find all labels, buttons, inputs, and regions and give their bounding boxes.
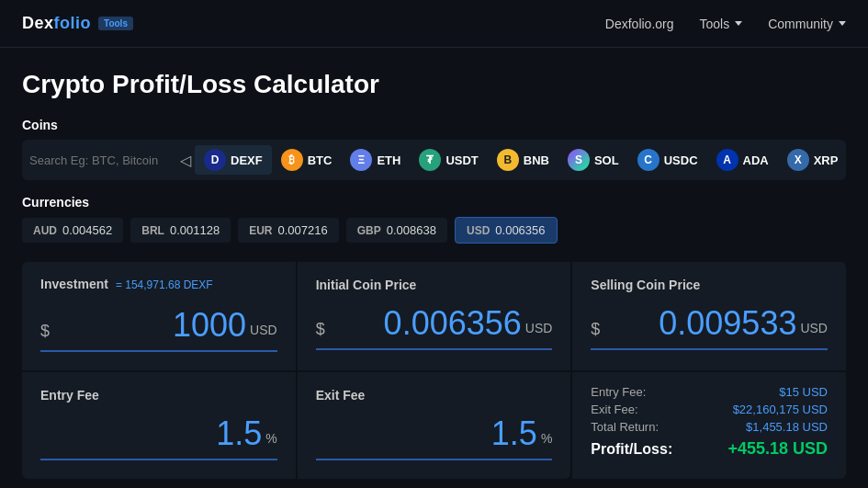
page-title: Crypto Profit/Loss Calculator (22, 70, 846, 99)
currencies-row: AUD0.004562BRL0.001128EUR0.007216GBP0.00… (22, 217, 846, 244)
selling-coin-price-title: Selling Coin Price (591, 278, 700, 292)
investment-card: Investment = 154,971.68 DEXF $ USD (22, 262, 296, 370)
coin-item-xrp[interactable]: XXRP (778, 145, 846, 175)
coin-label-usdt: USDT (445, 153, 478, 167)
nav-community[interactable]: Community (768, 17, 846, 31)
chevron-down-icon (839, 21, 846, 26)
exit-fee-result-label: Exit Fee: (591, 403, 637, 416)
selling-price-unit: USD (800, 321, 828, 335)
entry-fee-result-value: $15 USD (779, 385, 828, 399)
entry-fee-result-row: Entry Fee: $15 USD (591, 385, 828, 399)
profit-loss-row: Profit/Loss: +455.18 USD (591, 439, 828, 459)
entry-fee-title: Entry Fee (40, 388, 99, 403)
currency-code-gbp: GBP (357, 224, 381, 237)
coin-label-ada: ADA (743, 153, 769, 167)
logo-area: Dexfolio Tools (22, 14, 133, 33)
coin-label-btc: BTC (308, 153, 333, 167)
entry-fee-unit: % (265, 431, 276, 446)
currency-value-aud: 0.004562 (62, 223, 112, 237)
currency-code-usd: USD (467, 224, 490, 237)
nav-dexfolio[interactable]: Dexfolio.org (605, 17, 674, 31)
exit-fee-unit: % (541, 431, 552, 446)
investment-title: Investment (40, 277, 108, 291)
exit-fee-result-value: $22,160,175 USD (733, 403, 828, 416)
currency-badge-eur[interactable]: EUR0.007216 (238, 218, 339, 243)
coin-label-sol: SOL (594, 153, 619, 167)
currency-badge-gbp[interactable]: GBP0.008638 (346, 218, 447, 243)
investment-input-row: $ USD (40, 306, 277, 352)
calculator-grid: Investment = 154,971.68 DEXF $ USD Initi… (22, 262, 846, 479)
currency-value-gbp: 0.008638 (387, 223, 436, 237)
coins-row: ◁ DDEXF₿BTCΞETH₮USDTBBNBSSOLCUSDCAADAXXR… (22, 140, 846, 180)
currency-code-aud: AUD (33, 224, 57, 237)
coins-prev-button[interactable]: ◁ (176, 152, 195, 169)
coin-icon-btc: ₿ (281, 149, 303, 171)
initial-price-currency-symbol: $ (316, 320, 325, 339)
currency-value-brl: 0.001128 (170, 223, 220, 237)
footer: Powered by CoinGecko API (0, 479, 868, 488)
coins-section-label: Coins (22, 118, 846, 132)
profit-loss-label: Profit/Loss: (591, 441, 672, 458)
coin-icon-usdc: C (637, 149, 659, 171)
coin-label-bnb: BNB (524, 153, 549, 167)
coin-item-ada[interactable]: AADA (707, 145, 778, 175)
initial-price-unit: USD (525, 321, 553, 335)
coin-label-eth: ETH (377, 153, 400, 167)
initial-coin-price-input[interactable] (329, 304, 522, 343)
coin-item-usdt[interactable]: ₮USDT (410, 145, 487, 175)
coin-item-eth[interactable]: ΞETH (341, 145, 410, 175)
chevron-down-icon (735, 21, 742, 26)
currency-code-brl: BRL (141, 224, 164, 237)
currency-value-eur: 0.007216 (277, 223, 327, 237)
initial-price-input-row: $ USD (316, 304, 553, 350)
coin-item-sol[interactable]: SSOL (558, 145, 628, 175)
exit-fee-result-row: Exit Fee: $22,160,175 USD (591, 403, 828, 416)
investment-unit: USD (250, 323, 277, 337)
total-return-result-value: $1,455.18 USD (746, 420, 828, 434)
coin-search-input[interactable] (29, 153, 158, 167)
coin-item-usdc[interactable]: CUSDC (628, 145, 707, 175)
coin-icon-eth: Ξ (350, 149, 372, 171)
selling-coin-price-card: Selling Coin Price $ USD (572, 262, 846, 370)
investment-currency-symbol: $ (40, 322, 50, 341)
initial-coin-price-card: Initial Coin Price $ USD (298, 262, 571, 370)
initial-coin-price-title: Initial Coin Price (316, 278, 417, 292)
coin-icon-bnb: B (497, 149, 519, 171)
selling-price-input-row: $ USD (591, 304, 828, 350)
exit-fee-input-row: % (316, 414, 553, 460)
currency-badge-aud[interactable]: AUD0.004562 (22, 218, 123, 243)
header-nav: Dexfolio.org Tools Community (605, 17, 846, 31)
total-return-result-row: Total Return: $1,455.18 USD (591, 420, 828, 434)
investment-input[interactable] (53, 306, 246, 345)
coin-label-usdc: USDC (664, 153, 698, 167)
coin-label-xrp: XRP (814, 153, 839, 167)
selling-price-currency-symbol: $ (591, 320, 600, 339)
coin-item-dexf[interactable]: DDEXF (195, 145, 272, 175)
coin-label-dexf: DEXF (231, 153, 263, 167)
nav-tools[interactable]: Tools (700, 17, 743, 31)
coin-icon-ada: A (716, 149, 738, 171)
coin-item-btc[interactable]: ₿BTC (272, 145, 342, 175)
coin-icon-xrp: X (787, 149, 809, 171)
exit-fee-input[interactable] (316, 414, 537, 453)
entry-fee-input[interactable] (40, 414, 262, 453)
currency-badge-brl[interactable]: BRL0.001128 (130, 218, 231, 243)
entry-fee-input-row: % (40, 414, 277, 460)
coin-search-wrapper (29, 153, 176, 167)
total-return-result-label: Total Return: (591, 420, 659, 434)
currencies-section-label: Currencies (22, 195, 846, 210)
coin-icon-dexf: D (204, 149, 226, 171)
coin-icon-usdt: ₮ (419, 149, 441, 171)
currency-code-eur: EUR (249, 224, 272, 237)
exit-fee-card: Exit Fee % (298, 372, 571, 479)
coin-item-bnb[interactable]: BBNB (488, 145, 558, 175)
coin-icon-sol: S (568, 149, 590, 171)
logo-text[interactable]: Dexfolio (22, 14, 91, 33)
tools-badge: Tools (98, 17, 133, 30)
entry-fee-result-label: Entry Fee: (591, 385, 646, 399)
currency-badge-usd[interactable]: USD0.006356 (455, 217, 558, 244)
exit-fee-title: Exit Fee (316, 388, 366, 403)
selling-coin-price-input[interactable] (603, 304, 796, 343)
profit-loss-value: +455.18 USD (727, 439, 828, 459)
results-card: Entry Fee: $15 USD Exit Fee: $22,160,175… (572, 372, 846, 479)
